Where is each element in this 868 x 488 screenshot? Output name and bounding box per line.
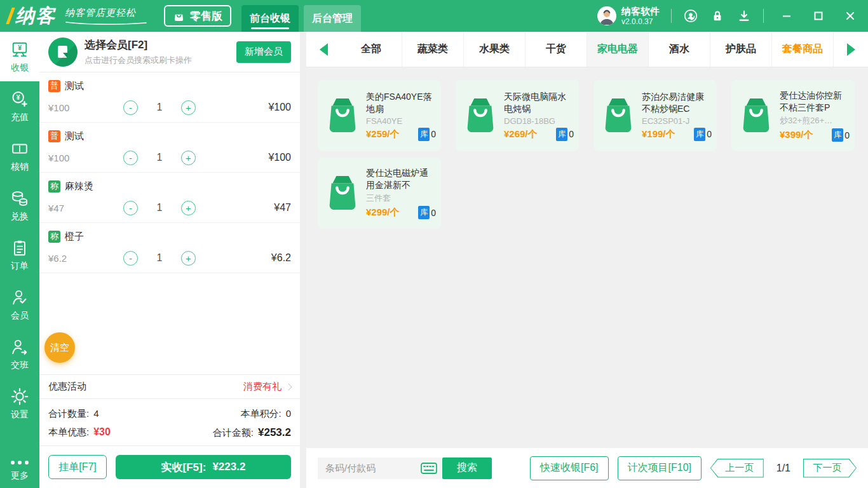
- minimize-button[interactable]: [779, 8, 794, 24]
- cart-row[interactable]: 普测试 ¥100 - 1 + ¥100: [39, 72, 300, 123]
- divider: [671, 9, 672, 23]
- user-info[interactable]: 纳客软件 v2.0.0.37: [597, 6, 660, 25]
- keyboard-icon[interactable]: [421, 463, 437, 474]
- product-card[interactable]: 爱仕达油你控新不粘三件套P 炒32+煎26+… ¥399/个 库 0: [731, 80, 855, 151]
- sidebar-item-redeem[interactable]: 核销: [0, 131, 39, 180]
- tab-back-manage[interactable]: 后台管理: [304, 5, 361, 32]
- sidebar-item-settings[interactable]: 设置: [0, 379, 39, 428]
- count-item-button[interactable]: 计次项目[F10]: [618, 456, 702, 480]
- category-tab-packages[interactable]: 套餐商品: [772, 32, 834, 67]
- product-name: 天际微电脑隔水电炖锅: [504, 91, 574, 115]
- product-card[interactable]: 爱仕达电磁炉通用金湛新不 三件套 ¥299/个 库 0: [318, 158, 441, 229]
- sidebar-item-cashier[interactable]: ¥ 收银: [0, 32, 39, 81]
- category-prev-button[interactable]: [306, 32, 341, 67]
- bottom-bar: 搜索 快速收银[F6] 计次项目[F10] 上一页 1/1 下一页: [306, 448, 868, 488]
- amount-label: 合计金额:: [213, 427, 254, 438]
- order-summary: 合计数量:4 本单积分:0 本单优惠:¥30 合计金额:¥253.2: [39, 399, 300, 445]
- qty-minus-button[interactable]: -: [123, 251, 138, 266]
- promo-row[interactable]: 优惠活动 消费有礼: [39, 374, 300, 399]
- cart-row[interactable]: 称橙子 ¥6.2 - 1 + ¥6.2: [39, 223, 300, 273]
- sidebar-item-orders[interactable]: 订单: [0, 230, 39, 280]
- sidebar-item-more[interactable]: 更多: [0, 451, 39, 488]
- qty-plus-button[interactable]: +: [181, 100, 196, 115]
- qty-total-label: 合计数量:: [48, 408, 89, 419]
- category-tab-fruits[interactable]: 水果类: [464, 32, 526, 67]
- close-button[interactable]: [843, 8, 858, 24]
- cart-row[interactable]: 普测试 ¥100 - 1 + ¥100: [39, 123, 300, 173]
- svg-text:¥: ¥: [17, 93, 20, 100]
- item-total: ¥100: [268, 102, 291, 113]
- tab-front-cashier[interactable]: 前台收银: [241, 5, 299, 32]
- sidebar-item-exchange[interactable]: 兑换: [0, 180, 39, 230]
- lock-icon[interactable]: [710, 8, 725, 24]
- search-button[interactable]: 搜索: [442, 458, 492, 479]
- left-triangle-icon: [320, 43, 328, 56]
- charge-label: 实收[F5]:: [161, 460, 207, 475]
- amount-value: ¥253.2: [258, 426, 291, 438]
- product-card[interactable]: 天际微电脑隔水电炖锅 DGD18-18BG ¥269/个 库 0: [456, 80, 579, 151]
- member-select-bar[interactable]: 选择会员[F2] 点击进行会员搜索或刷卡操作 新增会员: [39, 32, 300, 72]
- sidebar-item-shift[interactable]: 交班: [0, 329, 39, 379]
- stock-count: 0: [707, 129, 712, 139]
- product-price: ¥199/个: [642, 128, 675, 140]
- divider: [763, 9, 764, 23]
- category-tab-dry-goods[interactable]: 干货: [526, 32, 587, 67]
- cart-row[interactable]: 称麻辣烫 ¥47 - 1 + ¥47: [39, 173, 300, 223]
- product-price: ¥299/个: [366, 207, 400, 219]
- points-label: 本单积分:: [240, 408, 281, 419]
- product-card[interactable]: 美的FSA40YE落地扇 FSA40YE ¥259/个 库 0: [318, 80, 441, 151]
- category-tab-appliances[interactable]: 家电电器: [587, 32, 649, 67]
- charge-button[interactable]: 实收[F5]: ¥223.2: [116, 455, 291, 479]
- maximize-button[interactable]: [811, 8, 826, 24]
- item-price: ¥100: [48, 102, 123, 113]
- sidebar: ¥ 收银 ¥ 充值 核销 兑换 订单: [0, 32, 39, 488]
- support-icon[interactable]: [683, 8, 698, 24]
- edition-badge[interactable]: 零售版: [164, 5, 231, 27]
- chevron-right-icon: [285, 383, 292, 390]
- avatar: [597, 6, 616, 25]
- checkout-actions: 挂单[F7] 实收[F5]: ¥223.2: [39, 445, 300, 488]
- prev-page-button[interactable]: 上一页: [710, 459, 764, 478]
- qty-minus-button[interactable]: -: [123, 151, 138, 165]
- category-tab-skincare[interactable]: 护肤品: [710, 32, 772, 67]
- member-title: 选择会员[F2]: [85, 37, 192, 52]
- gear-icon: [10, 387, 29, 406]
- stock-badge: 库: [418, 128, 430, 141]
- product-code: EC32SP01-J: [642, 116, 712, 126]
- next-page-button[interactable]: 下一页: [803, 459, 857, 478]
- qty-plus-button[interactable]: +: [181, 201, 196, 215]
- sidebar-item-members[interactable]: 会员: [0, 280, 39, 329]
- stock-badge: 库: [694, 128, 705, 141]
- coins-icon: [10, 189, 29, 208]
- next-page-label: 下一页: [804, 459, 856, 477]
- qty-total-value: 4: [93, 408, 98, 419]
- item-price: ¥100: [48, 152, 123, 163]
- item-price: ¥47: [48, 203, 123, 214]
- qty-minus-button[interactable]: -: [123, 201, 138, 215]
- category-tab-drinks[interactable]: 酒水: [649, 32, 710, 67]
- qty-minus-button[interactable]: -: [123, 100, 138, 115]
- item-name: 测试: [65, 80, 84, 92]
- category-tab-vegetables[interactable]: 蔬菜类: [402, 32, 464, 67]
- category-next-button[interactable]: [834, 32, 868, 67]
- qty-plus-button[interactable]: +: [181, 251, 196, 266]
- hold-order-button[interactable]: 挂单[F7]: [48, 455, 107, 479]
- app-logo: 纳客: [9, 0, 56, 32]
- qty-plus-button[interactable]: +: [181, 151, 196, 165]
- product-card[interactable]: 苏泊尔易洁健康不粘炒锅EC EC32SP01-J ¥199/个 库 0: [593, 80, 717, 151]
- cart-empty-area: 清空: [39, 273, 300, 374]
- sidebar-item-recharge[interactable]: ¥ 充值: [0, 81, 39, 131]
- member-card-icon: [48, 37, 78, 67]
- quick-cashier-button[interactable]: 快速收银[F6]: [530, 456, 609, 480]
- product-bag-icon: [324, 173, 361, 213]
- category-tab-all[interactable]: 全部: [341, 32, 402, 67]
- item-type-badge: 普: [48, 80, 60, 92]
- add-member-button[interactable]: 新增会员: [236, 41, 291, 63]
- logo-accent: [6, 8, 15, 24]
- product-name: 美的FSA40YE落地扇: [366, 91, 436, 115]
- discount-value: ¥30: [93, 426, 111, 437]
- category-bar: 全部 蔬菜类 水果类 干货 家电电器 酒水 护肤品 套餐商品: [306, 32, 868, 67]
- download-icon[interactable]: [736, 8, 752, 24]
- svg-text:¥: ¥: [18, 44, 22, 51]
- clear-cart-button[interactable]: 清空: [44, 332, 75, 363]
